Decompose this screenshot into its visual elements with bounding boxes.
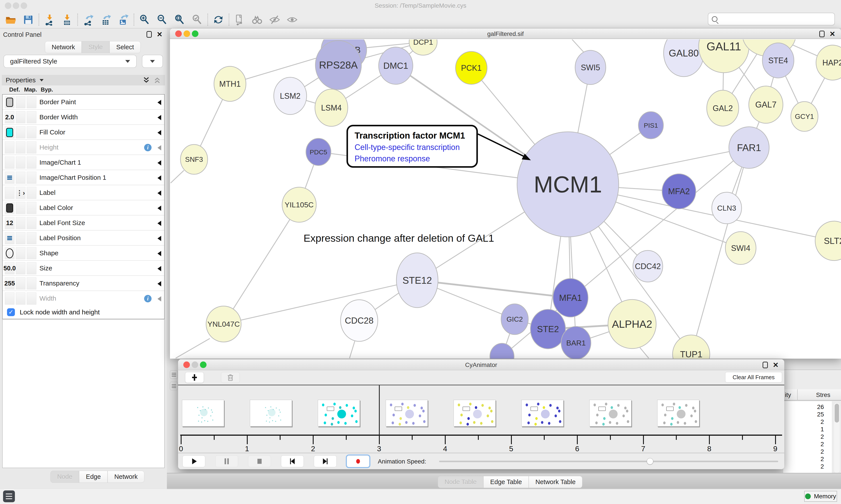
node-BAR1[interactable]: BAR1 bbox=[561, 326, 591, 359]
node-STE4[interactable]: STE4 bbox=[763, 43, 794, 78]
bypass-cell[interactable] bbox=[27, 96, 36, 108]
node-LSM2[interactable]: LSM2 bbox=[274, 77, 307, 114]
panel-grid-icon[interactable] bbox=[170, 382, 178, 390]
node-GIC2[interactable]: GIC2 bbox=[501, 304, 528, 335]
node-YNL047C[interactable]: YNL047C bbox=[206, 306, 241, 342]
property-row-shape[interactable]: Shape bbox=[3, 246, 164, 261]
play-button[interactable] bbox=[182, 455, 205, 467]
default-value-cell[interactable] bbox=[5, 141, 15, 154]
slider-thumb[interactable] bbox=[647, 458, 653, 465]
mapping-cell[interactable] bbox=[16, 172, 25, 184]
node-GAL7[interactable]: GAL7 bbox=[749, 86, 783, 123]
default-value-cell[interactable] bbox=[5, 96, 15, 108]
property-row-label-font-size[interactable]: 12Label Font Size bbox=[3, 215, 164, 231]
mapping-cell[interactable] bbox=[16, 232, 25, 244]
node-ALPHA2[interactable]: ALPHA2 bbox=[608, 300, 656, 348]
node-GAL2[interactable]: GAL2 bbox=[707, 90, 739, 126]
property-row-label-color[interactable]: Label Color bbox=[3, 200, 164, 215]
import-table-button[interactable] bbox=[60, 13, 74, 26]
cyanimator-titlebar[interactable]: CyAnimator ✕ bbox=[178, 359, 784, 370]
expand-property-icon[interactable] bbox=[158, 100, 161, 105]
search-input[interactable] bbox=[720, 16, 835, 22]
table-cell[interactable]: 2 bbox=[802, 448, 824, 455]
default-value-cell[interactable] bbox=[5, 126, 15, 138]
frame-thumbnail-8[interactable] bbox=[657, 400, 699, 427]
column-divider[interactable] bbox=[797, 389, 798, 401]
lock-size-row[interactable]: ✓ Lock node width and height bbox=[2, 306, 165, 319]
search-box[interactable] bbox=[708, 13, 835, 25]
tab-select[interactable]: Select bbox=[109, 41, 141, 53]
property-row-border-paint[interactable]: Border Paint bbox=[3, 94, 164, 110]
property-row-height[interactable]: Heighti bbox=[3, 140, 164, 155]
record-button[interactable] bbox=[347, 455, 370, 467]
mapping-cell[interactable] bbox=[16, 262, 25, 274]
default-value-cell[interactable]: 50.0 bbox=[5, 262, 15, 274]
copy-view-button[interactable] bbox=[233, 13, 246, 26]
property-row-size[interactable]: 50.0Size bbox=[3, 261, 164, 276]
properties-header[interactable]: Properties bbox=[2, 75, 165, 85]
node-CDC28[interactable]: CDC28 bbox=[341, 300, 378, 341]
default-value-cell[interactable] bbox=[5, 247, 15, 259]
edge[interactable] bbox=[640, 348, 649, 358]
pause-button[interactable] bbox=[215, 455, 238, 467]
node-GAL11[interactable]: GAL11 bbox=[699, 39, 749, 73]
edge[interactable] bbox=[223, 205, 299, 324]
default-value-cell[interactable]: 2.0 bbox=[5, 111, 15, 123]
table-cell[interactable]: 1 bbox=[802, 426, 824, 433]
node-MFA1[interactable]: MFA1 bbox=[553, 278, 588, 317]
tab-network[interactable]: Network bbox=[108, 471, 144, 483]
table-scrollbar[interactable] bbox=[834, 403, 840, 473]
tab-style[interactable]: Style bbox=[82, 41, 109, 53]
expand-property-icon[interactable] bbox=[158, 281, 161, 286]
timeline-axis[interactable] bbox=[180, 435, 782, 436]
expand-property-icon[interactable] bbox=[158, 160, 161, 165]
export-table-button[interactable] bbox=[99, 13, 112, 26]
bypass-cell[interactable] bbox=[27, 111, 36, 123]
node-GAL80[interactable]: GAL80 bbox=[664, 39, 704, 77]
frame-thumbnail-6[interactable] bbox=[521, 400, 563, 427]
property-row-border-width[interactable]: 2.0Border Width bbox=[3, 110, 164, 125]
node-SWI4[interactable]: SWI4 bbox=[726, 232, 756, 265]
skip-start-button[interactable] bbox=[281, 455, 304, 467]
expand-property-icon[interactable] bbox=[158, 145, 161, 150]
default-value-cell[interactable] bbox=[5, 202, 15, 214]
bypass-cell[interactable] bbox=[27, 292, 36, 305]
mapping-cell[interactable] bbox=[16, 126, 25, 138]
mapping-cell[interactable] bbox=[16, 141, 25, 154]
tab-network-table[interactable]: Network Table bbox=[529, 476, 583, 488]
binoculars-button[interactable] bbox=[250, 13, 264, 26]
float-window-icon[interactable] bbox=[819, 31, 825, 37]
node-SWI5[interactable]: SWI5 bbox=[575, 50, 606, 85]
refresh-button[interactable] bbox=[212, 13, 225, 26]
menu-button[interactable] bbox=[3, 490, 15, 502]
node-LSM4[interactable]: LSM4 bbox=[315, 89, 348, 126]
expand-property-icon[interactable] bbox=[158, 175, 161, 181]
edge[interactable] bbox=[171, 170, 184, 183]
default-value-cell[interactable] bbox=[5, 157, 15, 168]
column-header[interactable]: ity bbox=[785, 392, 791, 398]
tab-node[interactable]: Node bbox=[50, 471, 79, 483]
bypass-cell[interactable] bbox=[27, 262, 36, 274]
zoom-fit-button[interactable] bbox=[173, 13, 186, 26]
eye-button[interactable] bbox=[285, 13, 299, 26]
info-icon[interactable]: i bbox=[144, 144, 151, 151]
edge[interactable] bbox=[572, 39, 584, 52]
property-row-label[interactable]: ⋮›Label bbox=[3, 185, 164, 200]
node-STE12[interactable]: STE12 bbox=[396, 253, 438, 308]
export-network-button[interactable] bbox=[82, 13, 95, 26]
table-cell[interactable]: 2 bbox=[802, 463, 824, 470]
bypass-cell[interactable] bbox=[27, 126, 36, 138]
zoom-out-button[interactable] bbox=[155, 13, 169, 26]
expand-property-icon[interactable] bbox=[158, 296, 161, 302]
node-MFA2[interactable]: MFA2 bbox=[662, 174, 696, 209]
stop-button[interactable] bbox=[248, 455, 271, 467]
tab-edge[interactable]: Edge bbox=[79, 471, 108, 483]
expand-property-icon[interactable] bbox=[158, 251, 161, 256]
node-PCK1[interactable]: PCK1 bbox=[455, 51, 487, 84]
table-cell[interactable]: 25 bbox=[802, 411, 824, 418]
close-view-icon[interactable]: ✕ bbox=[773, 362, 779, 368]
node-TUP1[interactable]: TUP1 bbox=[673, 335, 710, 359]
zoom-selected-button[interactable] bbox=[190, 13, 204, 26]
save-button[interactable] bbox=[21, 13, 35, 26]
node-STE2[interactable]: STE2 bbox=[531, 309, 566, 349]
